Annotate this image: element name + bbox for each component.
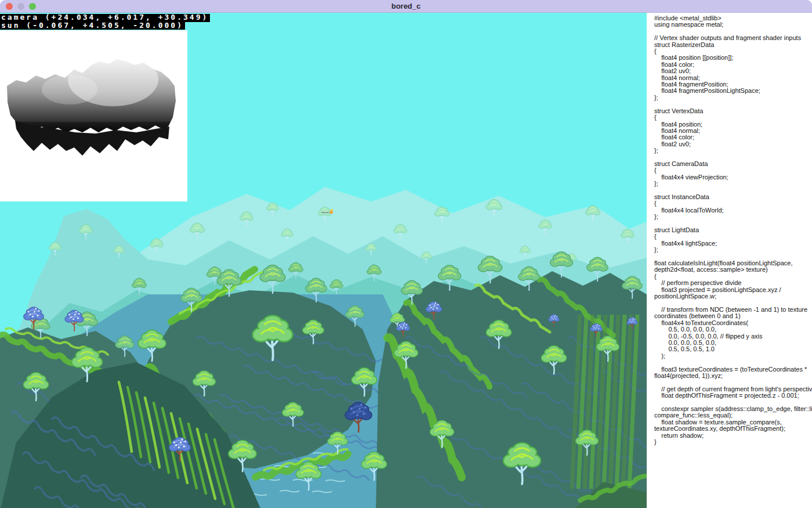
- canopy-dot: [353, 411, 355, 413]
- app-window: bored_c camera (+24.034, +6.017, +30.349…: [0, 0, 812, 508]
- canopy-dot: [556, 319, 556, 319]
- code-line: struct LightData: [654, 227, 812, 233]
- canopy-dot: [552, 318, 552, 319]
- window-content: camera (+24.034, +6.017, +30.349) sun (-…: [0, 13, 812, 508]
- canopy-dot: [183, 446, 185, 448]
- code-line: float4 color;: [654, 134, 812, 140]
- canopy-dot: [37, 315, 38, 316]
- code-line: [654, 101, 812, 107]
- code-line: // perform perspective divide: [654, 280, 812, 286]
- code-line: float depthOfThisFragment = projected.z …: [654, 392, 812, 399]
- canopy-dot: [400, 326, 401, 327]
- canopy-dot: [68, 314, 70, 316]
- canopy-dot: [32, 316, 34, 318]
- canopy-dot: [362, 413, 365, 415]
- shader-source-lines: #include <metal_stdlib>using namespace m…: [654, 15, 812, 445]
- canopy-dot: [406, 324, 407, 325]
- canopy-dot: [597, 324, 598, 325]
- canopy-dot: [635, 319, 635, 319]
- shader-source-panel[interactable]: #include <metal_stdlib>using namespace m…: [647, 13, 812, 508]
- canopy-dot: [402, 328, 403, 329]
- canopy-dot: [405, 327, 407, 329]
- canopy-dot: [72, 318, 74, 320]
- code-line: };: [654, 181, 812, 187]
- canopy-dot: [554, 315, 555, 315]
- code-line: float4x4 lightSpace;: [654, 240, 812, 247]
- canopy-dot: [28, 311, 30, 313]
- code-line: return shadow;: [654, 433, 812, 439]
- code-line: positionLightSpace.w;: [654, 293, 812, 300]
- code-line: // Vertex shader outputs and fragment sh…: [654, 35, 812, 41]
- code-line: );: [654, 353, 812, 359]
- code-line: struct CameraData: [654, 161, 812, 167]
- canopy-dot: [173, 442, 175, 444]
- code-line: float4 fragmentPositionLightSpace;: [654, 88, 812, 94]
- depth-texture: [0, 30, 187, 201]
- code-line: [654, 359, 812, 366]
- code-line: float4x4 localToWorld;: [654, 207, 812, 214]
- code-line: 0.5, 0.5, 0.5, 1.0: [654, 346, 812, 352]
- canopy-dot: [403, 325, 404, 326]
- code-line: };: [654, 95, 812, 101]
- canopy-dot: [632, 319, 633, 320]
- canopy-dot: [435, 302, 436, 304]
- minimize-button[interactable]: [17, 3, 24, 10]
- canopy-dot: [433, 309, 434, 310]
- canopy-dot: [553, 319, 553, 320]
- canopy-dot: [437, 304, 438, 305]
- code-line: float2 uv0;: [654, 68, 812, 74]
- canopy-dot: [599, 325, 600, 326]
- canopy-dot: [34, 311, 35, 313]
- canopy-dot: [70, 316, 72, 318]
- code-line: 0.5, 0.0, 0.0, 0.0,: [654, 326, 812, 333]
- code-line: {: [654, 114, 812, 121]
- canopy-dot: [631, 322, 632, 323]
- code-line: using namespace metal;: [654, 21, 812, 28]
- canopy-dot: [430, 307, 432, 308]
- code-line: float4(projected, 1)).xyz;: [654, 373, 812, 379]
- titlebar[interactable]: bored_c: [0, 0, 812, 13]
- debug-overlay: camera (+24.034, +6.017, +30.349) sun (-…: [0, 14, 210, 30]
- canopy-dot: [77, 318, 79, 319]
- canopy-dot: [629, 319, 629, 320]
- code-line: };: [654, 247, 812, 253]
- canopy-dot: [75, 311, 77, 313]
- canopy-dot: [356, 414, 358, 416]
- canopy-dot: [184, 441, 186, 442]
- canopy-dot: [399, 325, 400, 326]
- canopy-dot: [596, 326, 597, 327]
- canopy-dot: [634, 322, 635, 322]
- canopy-dot: [35, 308, 37, 309]
- canopy-dot: [350, 408, 353, 410]
- code-line: };: [654, 214, 812, 220]
- code-line: struct VertexData: [654, 108, 812, 114]
- close-button[interactable]: [6, 3, 13, 10]
- canopy-dot: [358, 408, 361, 410]
- window-title: bored_c: [0, 2, 812, 10]
- code-line: coordinates (between 0 and 1): [654, 313, 812, 319]
- canopy-dot: [429, 305, 430, 306]
- canopy-dot: [633, 318, 633, 318]
- code-line: struct RasterizerData: [654, 42, 812, 48]
- canopy-dot: [360, 403, 362, 406]
- code-line: textureCoordinates.xy, depthOfThisFragme…: [654, 426, 812, 432]
- bird-wing: [331, 209, 333, 211]
- canopy-dot: [78, 313, 80, 315]
- canopy-dot: [178, 446, 180, 448]
- code-line: struct InstanceData: [654, 194, 812, 200]
- code-line: depth2d<float, access::sample> texture): [654, 266, 812, 273]
- canopy-dot: [595, 329, 596, 330]
- sun-readout: sun (-0.067, +4.505, -20.000): [0, 22, 185, 30]
- code-line: float2 uv0;: [654, 141, 812, 147]
- canopy-dot: [38, 310, 40, 312]
- zoom-button[interactable]: [29, 3, 36, 10]
- code-line: };: [654, 147, 812, 154]
- canopy-dot: [593, 326, 594, 327]
- canopy-dot: [182, 438, 183, 440]
- viewport-3d-scene[interactable]: camera (+24.034, +6.017, +30.349) sun (-…: [0, 13, 647, 508]
- canopy-dot: [594, 327, 595, 329]
- canopy-dot: [74, 314, 76, 316]
- canopy-dot: [556, 316, 557, 316]
- canopy-dot: [598, 328, 599, 329]
- shadow-map-preview: [0, 30, 187, 201]
